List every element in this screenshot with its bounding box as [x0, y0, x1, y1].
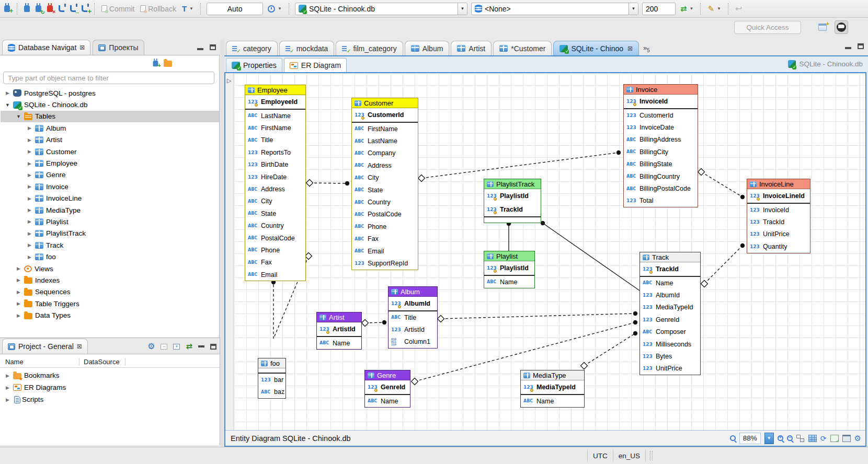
entity-column-trackid[interactable]: 123TrackId [640, 262, 700, 276]
entity-employee[interactable]: Employee123EmployeeIdABCLastNameABCFirst… [245, 85, 306, 281]
connect-button[interactable] [23, 3, 31, 15]
entity-column-lastname[interactable]: ABCLastName [245, 110, 305, 122]
compare-pen-button[interactable]: ✎▼ [706, 3, 722, 15]
search-icon[interactable] [730, 435, 736, 441]
minimize-editor-button[interactable] [845, 47, 851, 49]
rollback-button[interactable]: Rollback [139, 3, 177, 15]
entity-column-lastname[interactable]: ABCLastName [352, 135, 418, 147]
expander-icon[interactable]: ▶ [16, 266, 21, 271]
entity-column-invoiceid[interactable]: 123InvoiceId [747, 204, 810, 216]
navigator-filter-input[interactable] [3, 72, 214, 84]
tree-item-sequences[interactable]: ▶Sequences [1, 286, 219, 298]
entity-column-playlistid[interactable]: 123PlaylistId [484, 261, 534, 275]
expander-icon[interactable]: ▶ [27, 149, 32, 154]
editor-tab-film-category[interactable]: film_category [336, 41, 403, 55]
entity-track[interactable]: Track123TrackIdABCName123AlbumId123Media… [639, 252, 701, 375]
link-with-editor-icon[interactable]: ⇄ [186, 342, 192, 351]
tx-mode-combo[interactable]: Auto [207, 3, 263, 15]
tree-item-views[interactable]: ▶Views [1, 263, 219, 274]
entity-column-title[interactable]: ABCTitle [389, 311, 437, 323]
entity-header[interactable]: Playlist [484, 251, 534, 261]
editor-tab--customer[interactable]: *Customer [493, 41, 552, 55]
project-item-scripts[interactable]: ▶Scripts [1, 393, 219, 405]
editor-tab-category[interactable]: category [226, 41, 278, 55]
entity-column-name[interactable]: ABCName [317, 337, 361, 349]
sql-editor-recent-button[interactable] [69, 3, 77, 15]
entity-column-unitprice[interactable]: 123UnitPrice [640, 363, 700, 375]
entity-column-hiredate[interactable]: 123HireDate [245, 171, 305, 183]
tree-item-tables[interactable]: ▼Tables [1, 111, 219, 122]
expander-icon[interactable]: ▼ [5, 102, 10, 108]
expander-icon[interactable]: ▶ [27, 242, 32, 248]
entity-column-bytes[interactable]: 123Bytes [640, 350, 700, 362]
tree-item-artist[interactable]: ▶Artist [1, 134, 219, 146]
entity-mediatype[interactable]: MediaType123MediaTypeIdABCName [520, 370, 585, 408]
expander-icon[interactable]: ▶ [16, 277, 21, 283]
entity-header[interactable]: Customer [352, 98, 418, 108]
expander-icon[interactable]: ▶ [16, 313, 21, 318]
tab-overflow-indicator[interactable]: »5 [643, 44, 650, 53]
entity-column-invoicedate[interactable]: 123InvoiceDate [624, 121, 698, 133]
editor-tab-album[interactable]: Album [405, 41, 450, 55]
editor-tab-mockdata[interactable]: mockdata [279, 41, 335, 55]
entity-column-postalcode[interactable]: ABCPostalCode [245, 232, 305, 244]
sql-editor-button[interactable] [58, 3, 65, 15]
expander-icon[interactable]: ▶ [27, 196, 32, 201]
entity-column-address[interactable]: ABCAddress [352, 159, 418, 171]
entity-column-albumid[interactable]: 123AlbumId [640, 289, 700, 301]
toggle-grid-icon[interactable] [808, 435, 817, 442]
expander-icon[interactable]: ▶ [27, 137, 32, 143]
entity-column-billingcountry[interactable]: ABCBillingCountry [624, 170, 698, 182]
tree-item-postgresql-postgres[interactable]: ▶PostgreSQL - postgres [1, 87, 219, 99]
maximize-view-button[interactable] [210, 44, 216, 50]
column-header-datasource[interactable]: DataSource [79, 358, 125, 366]
zoom-out-icon[interactable]: − [787, 435, 793, 441]
entity-column-city[interactable]: ABCCity [352, 172, 418, 184]
expander-icon[interactable]: ▶ [27, 125, 32, 131]
expander-icon[interactable]: ▶ [16, 289, 21, 295]
subtab-er-diagram[interactable]: ER Diagram [284, 58, 347, 72]
expander-icon[interactable]: ▶ [27, 161, 32, 166]
entity-column-billingaddress[interactable]: ABCBillingAddress [624, 134, 698, 146]
back-button[interactable]: ↩ [734, 3, 743, 15]
expander-icon[interactable]: ▶ [5, 90, 10, 96]
entity-column-genreid[interactable]: 123GenreId [365, 380, 410, 394]
auto-arrange-icon[interactable] [796, 435, 805, 442]
datasource-dropdown-button[interactable]: ▼ [458, 3, 467, 15]
entity-playlisttrack[interactable]: PlaylistTrack123PlaylistId123TrackId [484, 179, 541, 223]
entity-column-country[interactable]: ABCCountry [245, 220, 305, 232]
entity-column-billingpostalcode[interactable]: ABCBillingPostalCode [624, 182, 698, 194]
new-folder-icon[interactable] [164, 61, 172, 67]
entity-column-employeeid[interactable]: 123EmployeeId [245, 95, 305, 109]
entity-column-name[interactable]: ABCName [484, 276, 534, 288]
entity-column-phone[interactable]: ABCPhone [352, 221, 418, 233]
close-icon[interactable]: ⊠ [627, 45, 633, 52]
minimize-view-button[interactable] [198, 345, 204, 347]
entity-column-country[interactable]: ABCCountry [352, 196, 418, 208]
entity-header[interactable]: PlaylistTrack [484, 179, 541, 189]
entity-column-firstname[interactable]: ABCFirstName [245, 122, 305, 134]
quick-access-box[interactable]: Quick Access [734, 21, 801, 34]
entity-column-billingcity[interactable]: ABCBillingCity [624, 146, 698, 158]
entity-column-albumid[interactable]: 123AlbumId [389, 297, 437, 310]
entity-column-birthdate[interactable]: 123BirthDate [245, 159, 305, 171]
tree-item-invoice[interactable]: ▶Invoice [1, 181, 219, 192]
open-perspective-button[interactable] [816, 20, 829, 34]
entity-album[interactable]: Album123AlbumIdABCTitle123ArtistId010 01… [388, 286, 438, 349]
expander-icon[interactable]: ▶ [27, 219, 32, 224]
tree-item-playlist[interactable]: ▶Playlist [1, 216, 219, 227]
entity-column-city[interactable]: ABCCity [245, 195, 305, 207]
entity-column-state[interactable]: ABCState [245, 207, 305, 219]
tree-item-foo[interactable]: ▶foo [1, 251, 219, 262]
reconnect-button[interactable] [35, 3, 42, 15]
entity-invoice[interactable]: Invoice123InvoiceId123CustomerId123Invoi… [623, 84, 698, 207]
maximize-view-button[interactable] [210, 344, 216, 350]
entity-header[interactable]: Invoice [624, 85, 698, 95]
entity-column-artistid[interactable]: 123ArtistId [317, 322, 361, 336]
history-button[interactable]: ▼ [267, 3, 283, 15]
entity-column-name[interactable]: ABCName [521, 395, 584, 407]
entity-column-postalcode[interactable]: ABCPostalCode [352, 208, 418, 221]
entity-column-artistid[interactable]: 123ArtistId [389, 323, 437, 335]
tree-item-album[interactable]: ▶Album [1, 122, 219, 134]
entity-column-bar[interactable]: 123bar [258, 374, 285, 386]
